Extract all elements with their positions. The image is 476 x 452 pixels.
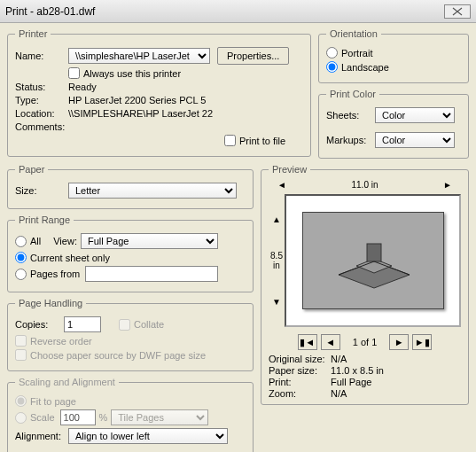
- copies-label: Copies:: [15, 319, 64, 330]
- close-icon: [452, 7, 463, 16]
- always-use-label: Always use this printer: [83, 68, 181, 79]
- print-value: Full Page: [331, 377, 371, 387]
- paper-legend: Paper: [15, 164, 48, 175]
- print-to-file-checkbox[interactable]: [224, 135, 236, 146]
- zoom-label: Zoom:: [269, 388, 331, 399]
- print-color-legend: Print Color: [326, 89, 379, 99]
- reverse-checkbox: [15, 335, 27, 347]
- print-range-legend: Print Range: [15, 214, 74, 225]
- paper-size-select[interactable]: Letter: [68, 183, 237, 199]
- always-use-checkbox[interactable]: [68, 67, 80, 79]
- name-label: Name:: [15, 51, 68, 61]
- paper-size-value: 11.0 x 8.5 in: [331, 365, 384, 376]
- landscape-label: Landscape: [341, 62, 389, 73]
- print-color-group: Print Color Sheets:Color Markups:Color: [318, 89, 469, 159]
- scaling-legend: Scaling and Alignment: [15, 377, 119, 387]
- reverse-label: Reverse order: [30, 336, 92, 347]
- current-label: Current sheet only: [30, 253, 110, 263]
- orientation-legend: Orientation: [326, 28, 381, 39]
- pages-from-label: Pages from: [30, 269, 80, 279]
- portrait-radio[interactable]: [326, 47, 338, 58]
- collate-checkbox: [119, 319, 130, 331]
- preview-legend: Preview: [269, 164, 310, 175]
- printer-name-select[interactable]: \\simpleshare\HP LaserJet 22: [68, 48, 210, 64]
- scale-label: Scale: [30, 412, 55, 423]
- zoom-value: N/A: [331, 388, 347, 399]
- titlebar: Print - ab28-01.dwf: [0, 0, 476, 23]
- preview-width: 11.0 in: [351, 180, 378, 190]
- size-label: Size:: [15, 185, 68, 196]
- first-page-button[interactable]: ▮◄: [298, 334, 317, 350]
- sheets-select[interactable]: Color: [375, 107, 455, 123]
- comments-label: Comments:: [15, 121, 68, 132]
- view-label: View:: [53, 236, 77, 246]
- scaling-group: Scaling and Alignment Fit to page Scale …: [7, 377, 254, 452]
- alignment-select[interactable]: Align to lower left: [68, 428, 228, 444]
- last-page-button[interactable]: ►▮: [412, 334, 432, 350]
- type-value: HP LaserJet 2200 Series PCL 5: [68, 95, 206, 105]
- orig-size-value: N/A: [331, 354, 347, 364]
- printer-group: Printer Name: \\simpleshare\HP LaserJet …: [7, 28, 311, 157]
- page-indicator: 1 of 1: [344, 337, 386, 347]
- printer-legend: Printer: [15, 28, 51, 39]
- preview-group: Preview ◄ 11.0 in ► ▲ 8.5 in ▼: [261, 164, 469, 405]
- print-label: Print:: [269, 377, 331, 387]
- isometric-icon: [330, 230, 418, 292]
- current-radio[interactable]: [15, 252, 27, 263]
- pages-from-input[interactable]: [85, 266, 218, 282]
- view-select[interactable]: Full Page: [81, 233, 218, 249]
- next-page-button[interactable]: ►: [389, 334, 409, 350]
- print-range-group: Print Range All View: Full Page Current …: [7, 214, 254, 292]
- status-label: Status:: [15, 82, 68, 92]
- markups-label: Markups:: [326, 135, 375, 145]
- orig-size-label: Original size:: [269, 354, 331, 364]
- pages-from-radio[interactable]: [15, 269, 27, 280]
- sheets-label: Sheets:: [326, 110, 375, 121]
- paper-group: Paper Size:Letter: [7, 164, 254, 209]
- status-value: Ready: [68, 82, 97, 92]
- orientation-group: Orientation Portrait Landscape: [318, 28, 469, 83]
- window-title: Print - ab28-01.dwf: [5, 5, 95, 18]
- all-label: All: [30, 236, 41, 246]
- paper-size-label: Paper size:: [269, 365, 331, 376]
- preview-height: 8.5 in: [269, 251, 285, 270]
- copies-input[interactable]: [64, 316, 101, 332]
- fit-label: Fit to page: [30, 396, 76, 407]
- markups-select[interactable]: Color: [375, 132, 455, 148]
- scale-input: [60, 409, 96, 425]
- choose-source-label: Choose paper source by DWF page size: [30, 350, 206, 361]
- print-to-file-label: Print to file: [239, 136, 285, 146]
- location-label: Location:: [15, 108, 68, 119]
- type-label: Type:: [15, 95, 68, 105]
- collate-label: Collate: [134, 319, 164, 330]
- properties-button[interactable]: Properties...: [217, 47, 289, 65]
- close-button[interactable]: [444, 4, 471, 19]
- tile-select: Tile Pages: [111, 409, 208, 425]
- svg-rect-2: [367, 244, 381, 261]
- preview-box: [285, 194, 461, 327]
- alignment-label: Alignment:: [15, 431, 68, 441]
- pct-label: %: [96, 412, 112, 423]
- fit-radio: [15, 395, 27, 407]
- all-radio[interactable]: [15, 236, 27, 247]
- location-value: \\SIMPLESHARE\HP LaserJet 22: [68, 108, 213, 119]
- page-handling-legend: Page Handling: [15, 298, 86, 308]
- prev-page-button[interactable]: ◄: [321, 334, 340, 350]
- page-handling-group: Page Handling Copies: Collate Reverse or…: [7, 298, 254, 371]
- scale-radio: [15, 412, 27, 424]
- portrait-label: Portrait: [341, 48, 372, 58]
- preview-image: [302, 212, 444, 309]
- choose-source-checkbox: [15, 349, 27, 361]
- landscape-radio[interactable]: [326, 61, 338, 73]
